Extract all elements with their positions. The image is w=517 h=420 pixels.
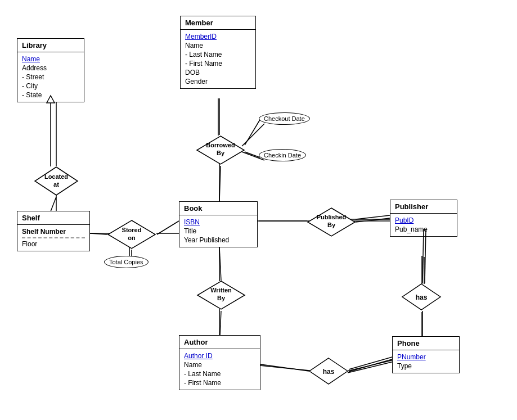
- svg-line-41: [90, 233, 107, 234]
- author-entity: Author Author ID Name - Last Name - Firs…: [179, 335, 260, 390]
- member-attr-name: Name: [185, 41, 251, 50]
- svg-line-49: [356, 215, 390, 219]
- svg-line-16: [260, 365, 315, 371]
- phone-attr-type: Type: [397, 362, 455, 371]
- svg-line-57: [349, 357, 392, 369]
- author-title: Author: [179, 336, 260, 349]
- shelf-title: Shelf: [17, 211, 89, 225]
- author-attr-id: Author ID: [184, 351, 255, 360]
- svg-text:at: at: [53, 181, 59, 188]
- library-attr-street: - Street: [22, 73, 79, 82]
- library-attr-address: Address: [22, 64, 79, 73]
- book-attr-year: Year Published: [184, 236, 253, 245]
- shelf-attr-floor: Floor: [22, 240, 85, 249]
- publisher-attrs: PubID Pub_name: [390, 214, 457, 236]
- publisher-attr-name: Pub_name: [395, 225, 452, 234]
- shelf-divider: [22, 237, 85, 238]
- svg-line-50: [356, 218, 390, 222]
- phone-entity: Phone PNumber Type: [392, 336, 460, 373]
- member-attr-lastname: - Last Name: [185, 50, 251, 59]
- library-attr-city: - City: [22, 82, 79, 91]
- borrowed-by-diamond: Borrowed By: [196, 135, 245, 166]
- shelf-entity: Shelf Shelf Number Floor: [17, 211, 90, 251]
- member-attr-dob: DOB: [185, 68, 251, 77]
- stored-on-diamond: Stored on: [107, 219, 156, 250]
- shelf-attrs: Shelf Number Floor: [17, 225, 89, 251]
- svg-line-18: [348, 362, 394, 373]
- svg-text:By: By: [217, 295, 226, 301]
- book-entity: Book ISBN Title Year Published: [179, 201, 258, 247]
- svg-text:By: By: [217, 150, 225, 156]
- located-at-diamond: Located at: [34, 166, 79, 197]
- svg-text:Written: Written: [210, 287, 232, 293]
- author-attr-name: Name: [184, 360, 255, 369]
- book-attrs: ISBN Title Year Published: [179, 215, 257, 247]
- has-publisher-diamond: has: [401, 283, 442, 311]
- shelf-attr-number: Shelf Number: [22, 227, 85, 236]
- library-attr-state: - State: [22, 91, 79, 100]
- member-attr-gender: Gender: [185, 77, 251, 86]
- svg-line-52: [425, 229, 426, 283]
- book-attr-title: Title: [184, 227, 253, 236]
- svg-text:on: on: [128, 234, 136, 241]
- phone-attrs: PNumber Type: [393, 350, 459, 373]
- svg-text:has: has: [416, 293, 428, 301]
- checkin-date-attr: Checkin Date: [259, 149, 306, 161]
- total-copies-attr: Total Copies: [104, 256, 149, 268]
- published-by-diamond: Published By: [307, 207, 356, 238]
- library-title: Library: [17, 39, 84, 52]
- svg-text:Located: Located: [44, 173, 68, 180]
- library-attr-name: Name: [22, 55, 79, 64]
- library-entity: Library Name Address - Street - City - S…: [17, 38, 84, 102]
- svg-line-56: [260, 364, 309, 371]
- author-attr-lastname: - Last Name: [184, 369, 255, 378]
- svg-text:Published: Published: [317, 214, 347, 220]
- phone-title: Phone: [393, 337, 459, 350]
- publisher-attr-id: PubID: [395, 216, 452, 225]
- svg-text:Borrowed: Borrowed: [206, 142, 235, 148]
- svg-text:By: By: [327, 222, 336, 228]
- has-author-diamond: has: [308, 357, 349, 385]
- author-attrs: Author ID Name - Last Name - First Name: [179, 349, 260, 390]
- svg-line-17: [347, 360, 394, 371]
- written-by-diamond: Written By: [196, 280, 246, 311]
- member-attr-firstname: - First Name: [185, 59, 251, 68]
- svg-line-47: [245, 152, 260, 157]
- svg-line-58: [349, 359, 392, 372]
- author-attr-firstname: - First Name: [184, 378, 255, 387]
- phone-attr-pnumber: PNumber: [397, 353, 455, 362]
- book-title: Book: [179, 202, 257, 215]
- svg-line-7: [242, 124, 264, 146]
- svg-line-40: [51, 197, 56, 211]
- publisher-title: Publisher: [390, 200, 457, 214]
- svg-line-54: [219, 247, 221, 281]
- svg-line-42: [157, 221, 179, 234]
- svg-line-51: [422, 229, 424, 283]
- publisher-entity: Publisher PubID Pub_name: [390, 200, 457, 237]
- checkout-date-attr: Checkout Date: [259, 112, 310, 125]
- svg-line-45: [219, 166, 221, 201]
- member-entity: Member MemberID Name - Last Name - First…: [180, 16, 256, 89]
- member-attr-id: MemberID: [185, 32, 251, 41]
- member-title: Member: [181, 16, 255, 30]
- svg-line-55: [220, 311, 221, 336]
- book-attr-isbn: ISBN: [184, 218, 253, 227]
- library-attrs: Name Address - Street - City - State: [17, 52, 84, 102]
- svg-text:Stored: Stored: [122, 227, 142, 233]
- member-attrs: MemberID Name - Last Name - First Name D…: [181, 30, 255, 88]
- svg-text:has: has: [323, 368, 335, 376]
- svg-line-46: [245, 120, 260, 145]
